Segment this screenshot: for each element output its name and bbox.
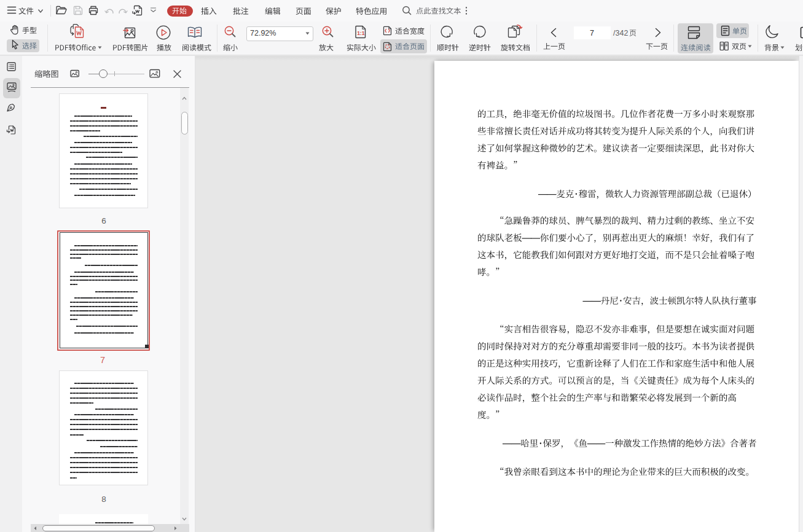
svg-text:1:1: 1:1: [357, 30, 364, 36]
